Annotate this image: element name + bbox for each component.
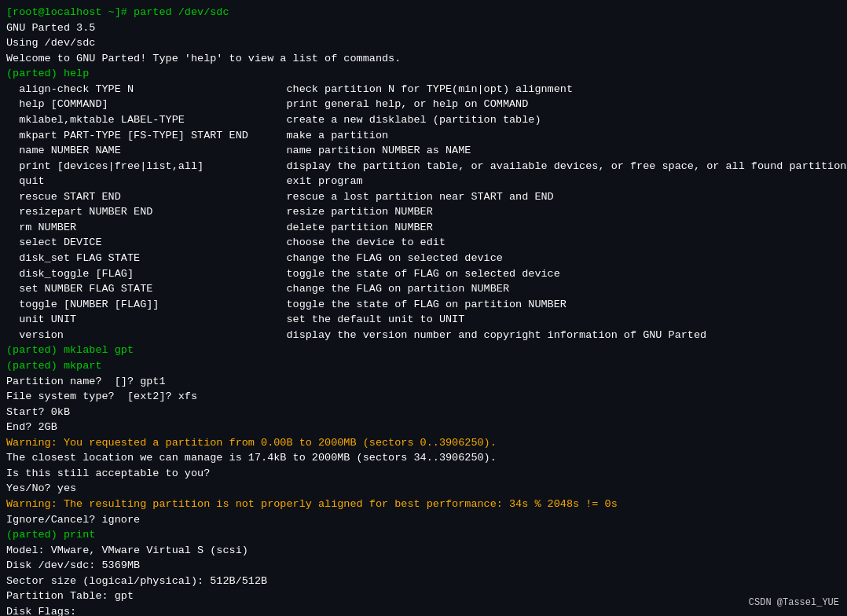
line-16: select DEVICE choose the device to edit: [6, 235, 841, 251]
line-25: Partition name? []? gpt1: [6, 374, 841, 390]
line-30: The closest location we can manage is 17…: [6, 450, 841, 466]
line-7: help [COMMAND] print general help, or he…: [6, 97, 841, 112]
line-29: Warning: You requested a partition from …: [6, 435, 841, 451]
line-38: Sector size (logical/physical): 512B/512…: [6, 574, 841, 589]
line-2: GNU Parted 3.5: [6, 20, 841, 36]
line-3: Using /dev/sdc: [6, 35, 841, 51]
line-14: resizepart NUMBER END resize partition N…: [6, 204, 841, 220]
line-22: version display the version number and c…: [6, 328, 841, 343]
terminal-window: [root@localhost ~]# parted /dev/sdc GNU …: [0, 0, 847, 616]
line-35: (parted) print: [6, 527, 841, 543]
line-1: [root@localhost ~]# parted /dev/sdc: [6, 5, 841, 20]
line-17: disk_set FLAG STATE change the FLAG on s…: [6, 251, 841, 266]
line-18: disk_toggle [FLAG] toggle the state of F…: [6, 266, 841, 282]
line-12: quit exit program: [6, 174, 841, 189]
line-20: toggle [NUMBER [FLAG]] toggle the state …: [6, 297, 841, 313]
line-8: mklabel,mktable LABEL-TYPE create a new …: [6, 112, 841, 128]
line-33: Warning: The resulting partition is not …: [6, 497, 841, 512]
line-4: Welcome to GNU Parted! Type 'help' to vi…: [6, 51, 841, 67]
line-40: Disk Flags:: [6, 604, 841, 616]
line-36: Model: VMware, VMware Virtual S (scsi): [6, 543, 841, 559]
line-31: Is this still acceptable to you?: [6, 466, 841, 482]
line-26: File system type? [ext2]? xfs: [6, 389, 841, 405]
watermark: CSDN @Tassel_YUE: [749, 596, 839, 610]
line-23: (parted) mklabel gpt: [6, 343, 841, 358]
line-15: rm NUMBER delete partition NUMBER: [6, 220, 841, 236]
line-24: (parted) mkpart: [6, 358, 841, 374]
line-28: End? 2GB: [6, 420, 841, 435]
line-11: print [devices|free|list,all] display th…: [6, 159, 841, 174]
line-27: Start? 0kB: [6, 405, 841, 420]
line-34: Ignore/Cancel? ignore: [6, 512, 841, 528]
line-19: set NUMBER FLAG STATE change the FLAG on…: [6, 281, 841, 297]
line-39: Partition Table: gpt: [6, 588, 841, 604]
line-32: Yes/No? yes: [6, 481, 841, 497]
line-13: rescue START END rescue a lost partition…: [6, 189, 841, 205]
line-37: Disk /dev/sdc: 5369MB: [6, 558, 841, 574]
line-6: align-check TYPE N check partition N for…: [6, 82, 841, 97]
line-21: unit UNIT set the default unit to UNIT: [6, 312, 841, 328]
line-10: name NUMBER NAME name partition NUMBER a…: [6, 143, 841, 159]
line-9: mkpart PART-TYPE [FS-TYPE] START END mak…: [6, 128, 841, 144]
line-5: (parted) help: [6, 66, 841, 82]
